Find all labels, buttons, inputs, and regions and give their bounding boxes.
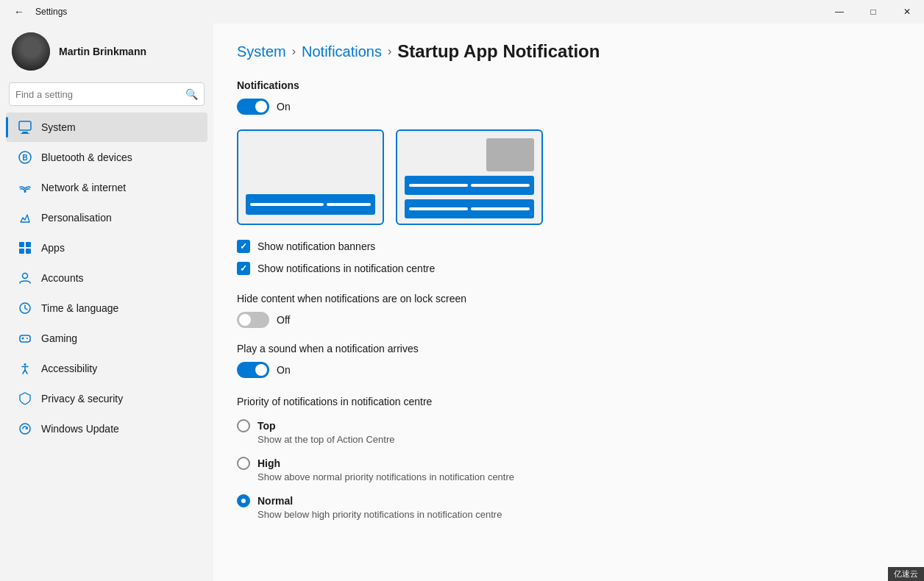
row-line-1b bbox=[471, 184, 530, 187]
sidebar-item-update[interactable]: Windows Update bbox=[6, 414, 207, 443]
apps-icon bbox=[18, 240, 32, 255]
sidebar-item-system-label: System bbox=[41, 121, 76, 133]
lock-toggle[interactable] bbox=[237, 312, 269, 328]
show-centre-checkbox[interactable] bbox=[237, 262, 250, 275]
sound-label: Play a sound when a notification arrives bbox=[237, 343, 895, 354]
avatar-image bbox=[12, 32, 50, 71]
breadcrumb-sep-1: › bbox=[292, 45, 296, 58]
minimize-button[interactable]: — bbox=[822, 0, 856, 24]
svg-point-14 bbox=[24, 363, 26, 366]
sidebar-item-update-label: Windows Update bbox=[41, 423, 119, 435]
svg-rect-6 bbox=[19, 242, 24, 247]
sidebar-item-accessibility-label: Accessibility bbox=[41, 363, 97, 374]
radio-option-high: High Show above normal priority notifica… bbox=[237, 457, 895, 482]
back-button[interactable]: ← bbox=[9, 1, 29, 22]
user-profile: Martin Brinkmann bbox=[0, 24, 213, 82]
show-banners-checkbox[interactable] bbox=[237, 240, 250, 253]
hide-content-label: Hide content when notifications are on l… bbox=[237, 293, 895, 304]
titlebar-controls: — □ ✕ bbox=[822, 0, 924, 24]
banner-preview-card[interactable] bbox=[237, 129, 384, 225]
sidebar-item-gaming[interactable]: Gaming bbox=[6, 324, 207, 353]
network-icon bbox=[18, 180, 32, 195]
notifications-toggle-label: On bbox=[277, 101, 291, 113]
search-icon: 🔍 bbox=[185, 88, 198, 100]
sound-toggle-label: On bbox=[277, 364, 291, 376]
svg-rect-8 bbox=[19, 249, 24, 254]
personalisation-icon bbox=[18, 210, 32, 225]
svg-text:B: B bbox=[23, 154, 28, 162]
svg-point-5 bbox=[24, 190, 26, 193]
gaming-icon bbox=[18, 331, 32, 346]
radio-option-normal: Normal Show below high priority notifica… bbox=[237, 494, 895, 520]
sidebar-item-time-label: Time & language bbox=[41, 302, 118, 314]
sidebar-item-network[interactable]: Network & internet bbox=[6, 173, 207, 202]
titlebar-title: Settings bbox=[35, 7, 67, 17]
system-icon bbox=[18, 120, 32, 135]
search-box: 🔍 bbox=[9, 82, 205, 106]
notifications-label: Notifications bbox=[237, 79, 895, 91]
sidebar-item-personalisation-label: Personalisation bbox=[41, 212, 112, 224]
sound-toggle[interactable] bbox=[237, 362, 269, 378]
priority-label: Priority of notifications in notificatio… bbox=[237, 396, 895, 407]
centre-row-2 bbox=[405, 199, 534, 218]
breadcrumb-notifications[interactable]: Notifications bbox=[302, 43, 382, 60]
update-icon bbox=[18, 421, 32, 436]
sidebar-item-bluetooth[interactable]: B Bluetooth & devices bbox=[6, 143, 207, 172]
bluetooth-icon: B bbox=[18, 150, 32, 165]
breadcrumb: System › Notifications › Startup App Not… bbox=[237, 41, 895, 62]
main-content: System › Notifications › Startup App Not… bbox=[213, 24, 924, 581]
radio-normal-desc: Show below high priority notifications i… bbox=[237, 509, 895, 520]
svg-rect-0 bbox=[19, 121, 31, 130]
radio-normal[interactable] bbox=[237, 494, 250, 507]
titlebar: ← Settings — □ ✕ bbox=[0, 0, 924, 24]
privacy-icon bbox=[18, 391, 32, 406]
watermark: 亿速云 bbox=[888, 567, 924, 581]
svg-rect-2 bbox=[21, 133, 29, 134]
show-centre-row: Show notifications in notification centr… bbox=[237, 262, 895, 275]
user-name: Martin Brinkmann bbox=[59, 46, 146, 57]
sidebar-item-accessibility[interactable]: Accessibility bbox=[6, 354, 207, 383]
svg-point-13 bbox=[26, 338, 28, 339]
radio-top-header: Top bbox=[237, 419, 895, 432]
show-banners-label: Show notification banners bbox=[257, 240, 375, 252]
radio-high[interactable] bbox=[237, 457, 250, 470]
svg-rect-9 bbox=[26, 249, 31, 254]
show-banners-row: Show notification banners bbox=[237, 240, 895, 253]
svg-rect-12 bbox=[20, 335, 30, 342]
radio-high-desc: Show above normal priority notifications… bbox=[237, 471, 895, 482]
banner-line-2 bbox=[327, 203, 371, 206]
maximize-button[interactable]: □ bbox=[856, 0, 890, 24]
lock-toggle-label: Off bbox=[277, 314, 290, 326]
time-icon bbox=[18, 301, 32, 316]
search-input[interactable] bbox=[15, 89, 185, 100]
row-line-1a bbox=[409, 184, 468, 187]
sidebar-nav: System B Bluetooth & devices bbox=[0, 112, 213, 444]
notifications-toggle[interactable] bbox=[237, 99, 269, 115]
show-centre-label: Show notifications in notification centr… bbox=[257, 263, 435, 274]
sidebar-item-gaming-label: Gaming bbox=[41, 332, 77, 344]
radio-normal-header: Normal bbox=[237, 494, 895, 507]
avatar bbox=[12, 32, 50, 71]
sidebar-item-personalisation[interactable]: Personalisation bbox=[6, 203, 207, 232]
radio-high-header: High bbox=[237, 457, 895, 470]
centre-row-1 bbox=[405, 176, 534, 195]
close-button[interactable]: ✕ bbox=[890, 0, 924, 24]
svg-rect-7 bbox=[26, 242, 31, 247]
sound-section: Play a sound when a notification arrives… bbox=[237, 343, 895, 378]
radio-top[interactable] bbox=[237, 419, 250, 432]
accounts-icon bbox=[18, 271, 32, 285]
breadcrumb-sep-2: › bbox=[388, 45, 391, 58]
centre-preview-card[interactable] bbox=[396, 129, 543, 225]
centre-preview-content bbox=[397, 131, 541, 225]
breadcrumb-system[interactable]: System bbox=[237, 43, 286, 60]
sidebar-item-privacy[interactable]: Privacy & security bbox=[6, 384, 207, 413]
row-line-2b bbox=[471, 207, 530, 210]
radio-normal-label: Normal bbox=[257, 495, 293, 507]
sidebar-item-apps[interactable]: Apps bbox=[6, 233, 207, 263]
accessibility-icon bbox=[18, 361, 32, 376]
hide-content-section: Hide content when notifications are on l… bbox=[237, 293, 895, 328]
sidebar-item-accounts[interactable]: Accounts bbox=[6, 263, 207, 293]
sidebar-item-system[interactable]: System bbox=[6, 113, 207, 142]
notifications-toggle-row: On bbox=[237, 99, 895, 115]
sidebar-item-time[interactable]: Time & language bbox=[6, 293, 207, 323]
